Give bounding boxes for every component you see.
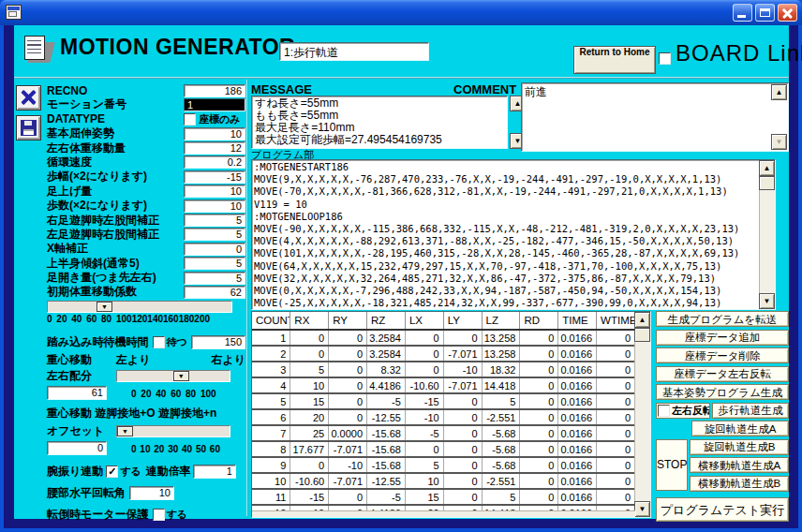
param-input[interactable]: 12: [184, 141, 245, 155]
column-header[interactable]: RX: [290, 312, 329, 330]
table-cell: -15: [405, 393, 443, 409]
param-input[interactable]: 10: [184, 185, 245, 198]
param-input[interactable]: 5: [184, 228, 245, 241]
transfer-program-button[interactable]: 生成プログラムを転送: [656, 311, 789, 327]
scroll-up-button[interactable]: ▲: [759, 160, 775, 176]
param-input[interactable]: 0.2: [184, 155, 245, 169]
column-header[interactable]: TIME: [558, 312, 597, 330]
table-scrollbar[interactable]: ▲ ▼: [634, 312, 650, 517]
table-row[interactable]: 7250.0000-15.68-50-5.6800.01660: [252, 425, 635, 441]
motion-name-input[interactable]: 1:歩行軌道: [279, 42, 429, 61]
slider-thumb-icon[interactable]: ▼: [173, 371, 189, 381]
param-row: X軸補正0: [47, 242, 245, 256]
table-row[interactable]: 90-10-15.6850-5.6800.01660: [252, 457, 635, 473]
arm-rate-input[interactable]: 1: [193, 465, 236, 479]
param-input[interactable]: 0: [184, 243, 245, 256]
param-input[interactable]: 5: [184, 214, 245, 227]
table-row[interactable]: 2003.25840-7.07113.25800.01660: [252, 346, 635, 362]
stomp-wait-checkbox[interactable]: [153, 336, 165, 348]
walk-generate-button[interactable]: 歩行軌道生成: [712, 403, 789, 419]
comment-box[interactable]: 前進 ▲ ▼: [521, 82, 789, 152]
column-header[interactable]: COUNT: [252, 312, 290, 330]
comment-scroll-up-button[interactable]: ▲: [771, 84, 787, 100]
table-row[interactable]: 41004.4186-10.60-7.07114.41800.01660: [252, 377, 635, 393]
stop-button[interactable]: STOP: [656, 439, 688, 491]
scroll-up-button[interactable]: ▲: [634, 312, 650, 328]
column-header[interactable]: LX: [405, 312, 443, 330]
close-button[interactable]: [778, 4, 797, 22]
coord-add-button[interactable]: 座標データ追加: [656, 330, 789, 346]
table-cell: 5: [482, 393, 520, 409]
save-button[interactable]: [16, 115, 41, 140]
table-row[interactable]: 3508.320-1018.3200.01660: [252, 362, 635, 377]
slider-thumb-icon[interactable]: ▼: [97, 302, 112, 312]
param-input[interactable]: 62: [184, 286, 245, 299]
scroll-thumb[interactable]: [634, 328, 650, 342]
param-input[interactable]: 1: [184, 98, 245, 111]
page-title: MOTION GENERATOR: [60, 35, 295, 60]
minimize-button[interactable]: [733, 4, 752, 22]
arm-swing-checkbox[interactable]: ✓: [106, 466, 118, 478]
scroll-thumb[interactable]: [759, 176, 775, 190]
return-to-home-button[interactable]: Return to Home: [573, 46, 656, 74]
turn-generate-b-button[interactable]: 旋回軌道生成B: [690, 439, 789, 455]
strafe-generate-a-button[interactable]: 横移動軌道生成A: [690, 457, 789, 473]
program-box[interactable]: :MOTGENESTART186 MOVE(9,X,X,X,X,X,-76,28…: [251, 159, 776, 310]
coord-delete-button[interactable]: 座標データ削除: [656, 347, 789, 363]
column-header[interactable]: LY: [443, 312, 482, 330]
strafe-generate-b-button[interactable]: 横移動軌道生成B: [690, 476, 789, 492]
column-header[interactable]: RD: [520, 312, 558, 330]
column-header[interactable]: LZ: [482, 312, 520, 330]
table-row[interactable]: 10-10.60-7.071-12.55100-2.55100.01660: [252, 473, 635, 489]
arrow-down-icon: ▼: [764, 297, 771, 305]
param-input[interactable]: 186: [184, 84, 245, 97]
comment-scroll-down-button[interactable]: ▼: [771, 134, 787, 150]
weight-coefficient-slider[interactable]: ▼: [47, 301, 232, 313]
slider-thumb-icon[interactable]: ▼: [117, 426, 133, 436]
turn-generate-a-button[interactable]: 旋回軌道生成A: [691, 421, 789, 436]
message-box[interactable]: すね長さ=55mm もも長さ=55mm 最大足長さ=110mm 最大設定可能歩幅…: [251, 96, 508, 149]
scroll-down-button[interactable]: ▼: [759, 293, 775, 309]
table-cell: 0: [597, 362, 635, 377]
right-frame-strip: [789, 25, 798, 519]
table-cell: 10: [252, 473, 290, 489]
table-cell: 0: [520, 346, 558, 362]
table-horizontal-scrollbar[interactable]: [252, 510, 635, 517]
fall-protect-checkbox[interactable]: [153, 509, 165, 521]
table-row[interactable]: 6200-12.55-100-2.55100.01660: [252, 409, 635, 425]
table-row[interactable]: 1003.25840013.25800.01660: [252, 330, 635, 346]
program-test-run-button[interactable]: プログラムテスト実行: [656, 497, 789, 522]
datatype-checkbox[interactable]: [184, 113, 196, 126]
column-header[interactable]: RY: [329, 312, 367, 330]
offset-input[interactable]: 0: [47, 441, 107, 455]
maximize-button[interactable]: [755, 4, 775, 22]
fall-protect-check-label: する: [167, 508, 188, 522]
scroll-down-button[interactable]: ▼: [634, 501, 650, 517]
mirror-checkbox[interactable]: [658, 405, 670, 417]
param-input[interactable]: 10: [184, 127, 245, 140]
table-cell: 0: [443, 393, 482, 409]
stomp-wait-input[interactable]: 150: [191, 335, 245, 349]
title-bar[interactable]: [0, 0, 802, 25]
program-scrollbar[interactable]: ▲ ▼: [759, 160, 775, 309]
param-input[interactable]: 5: [184, 272, 245, 285]
table-row[interactable]: 817.677-7.071-15.6800-5.6800.01660: [252, 441, 635, 457]
param-label: RECNO: [47, 84, 87, 97]
offset-slider[interactable]: ▼: [116, 425, 230, 437]
param-input[interactable]: 10: [184, 200, 245, 213]
table-row[interactable]: 5150-5-150500.01660: [252, 393, 635, 409]
column-header[interactable]: WTIME: [597, 312, 635, 330]
arrow-down-icon: ▼: [776, 138, 783, 146]
delete-button[interactable]: [16, 85, 41, 111]
param-input[interactable]: 5: [184, 257, 245, 270]
lr-split-input[interactable]: 61: [47, 386, 107, 400]
param-input[interactable]: -15: [184, 170, 245, 184]
hip-rotation-input[interactable]: 10: [129, 486, 174, 500]
base-pose-generate-button[interactable]: 基本姿勢プログラム生成: [656, 384, 789, 400]
column-header[interactable]: RZ: [367, 312, 406, 330]
board-link-checkbox[interactable]: [659, 52, 671, 65]
coordinate-table[interactable]: COUNTRXRYRZLXLYLZRDTIMEWTIME 1003.258400…: [251, 311, 651, 518]
table-row[interactable]: 11-150-5150500.01660: [252, 489, 635, 505]
lr-split-slider[interactable]: ▼: [116, 370, 230, 382]
coord-mirror-button[interactable]: 座標データ左右反転: [656, 366, 789, 382]
